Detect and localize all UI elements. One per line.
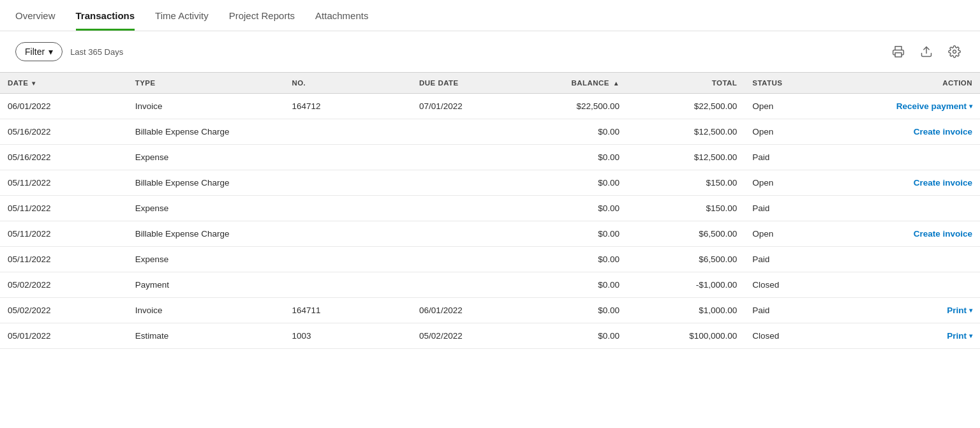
action-chevron-icon: ▾ — [969, 332, 972, 339]
cell-total: -$1,000.00 — [627, 272, 745, 298]
cell-due-date: 05/02/2022 — [412, 323, 529, 349]
tab-overview[interactable]: Overview — [15, 0, 56, 31]
table-row: 05/11/2022 Expense $0.00 $6,500.00 Paid — [0, 247, 980, 272]
cell-total: $22,500.00 — [627, 94, 745, 119]
cell-no — [284, 145, 412, 170]
col-header-total[interactable]: TOTAL — [627, 73, 745, 94]
filter-label: Filter — [25, 47, 45, 57]
cell-balance: $0.00 — [529, 196, 627, 221]
tab-project-reports[interactable]: Project Reports — [229, 0, 295, 31]
table-row: 05/11/2022 Billable Expense Charge $0.00… — [0, 221, 980, 247]
table-row: 05/02/2022 Invoice 164711 06/01/2022 $0.… — [0, 298, 980, 323]
cell-balance: $0.00 — [529, 221, 627, 247]
col-header-type[interactable]: TYPE — [128, 73, 285, 94]
col-header-no[interactable]: NO. — [284, 73, 412, 94]
cell-balance: $0.00 — [529, 145, 627, 170]
date-sort-icon: ▾ — [32, 80, 35, 87]
cell-total: $150.00 — [627, 196, 745, 221]
tab-transactions[interactable]: Transactions — [76, 0, 135, 31]
cell-due-date: 06/01/2022 — [412, 298, 529, 323]
export-icon-button[interactable] — [916, 41, 937, 62]
action-link[interactable]: Print ▾ — [947, 331, 972, 341]
cell-due-date — [412, 221, 529, 247]
cell-due-date — [412, 145, 529, 170]
cell-balance: $0.00 — [529, 247, 627, 272]
col-header-date[interactable]: DATE ▾ — [0, 73, 128, 94]
col-header-balance[interactable]: BALANCE ▲ — [529, 73, 627, 94]
cell-total: $6,500.00 — [627, 221, 745, 247]
navigation-tabs: Overview Transactions Time Activity Proj… — [0, 0, 980, 31]
cell-date: 05/02/2022 — [0, 272, 128, 298]
filter-button[interactable]: Filter ▾ — [15, 42, 63, 61]
cell-date: 05/16/2022 — [0, 119, 128, 145]
cell-date: 05/16/2022 — [0, 145, 128, 170]
action-link[interactable]: Receive payment ▾ — [896, 101, 972, 111]
table-header-row: DATE ▾ TYPE NO. DUE DATE BALANCE ▲ TOTAL — [0, 73, 980, 94]
cell-date: 05/11/2022 — [0, 221, 128, 247]
action-link[interactable]: Create invoice — [914, 178, 972, 188]
toolbar-left: Filter ▾ Last 365 Days — [15, 42, 123, 61]
action-link[interactable]: Print ▾ — [947, 306, 972, 315]
cell-due-date — [412, 272, 529, 298]
action-link[interactable]: Create invoice — [914, 127, 972, 137]
cell-action: Receive payment ▾ — [823, 94, 980, 119]
cell-type: Payment — [128, 272, 285, 298]
toolbar: Filter ▾ Last 365 Days — [0, 31, 980, 72]
cell-type: Billable Expense Charge — [128, 221, 285, 247]
action-chevron-icon: ▾ — [969, 103, 972, 110]
cell-type: Billable Expense Charge — [128, 119, 285, 145]
cell-type: Billable Expense Charge — [128, 170, 285, 196]
cell-action: Create invoice — [823, 221, 980, 247]
cell-due-date: 07/01/2022 — [412, 94, 529, 119]
action-chevron-icon: ▾ — [969, 307, 972, 314]
table-row: 06/01/2022 Invoice 164712 07/01/2022 $22… — [0, 94, 980, 119]
cell-type: Expense — [128, 247, 285, 272]
cell-no — [284, 119, 412, 145]
cell-due-date — [412, 119, 529, 145]
cell-total: $6,500.00 — [627, 247, 745, 272]
cell-type: Estimate — [128, 323, 285, 349]
balance-sort-icon: ▲ — [613, 80, 620, 87]
tab-time-activity[interactable]: Time Activity — [155, 0, 209, 31]
cell-status: Open — [745, 170, 823, 196]
table-row: 05/01/2022 Estimate 1003 05/02/2022 $0.0… — [0, 323, 980, 349]
cell-due-date — [412, 170, 529, 196]
cell-action — [823, 247, 980, 272]
cell-date: 05/11/2022 — [0, 247, 128, 272]
table-row: 05/11/2022 Expense $0.00 $150.00 Paid — [0, 196, 980, 221]
print-icon — [892, 45, 905, 58]
table-row: 05/16/2022 Billable Expense Charge $0.00… — [0, 119, 980, 145]
cell-type: Expense — [128, 145, 285, 170]
cell-no — [284, 170, 412, 196]
cell-no: 164711 — [284, 298, 412, 323]
cell-status: Open — [745, 119, 823, 145]
cell-balance: $22,500.00 — [529, 94, 627, 119]
action-link[interactable]: Create invoice — [914, 229, 972, 239]
cell-total: $100,000.00 — [627, 323, 745, 349]
cell-balance: $0.00 — [529, 272, 627, 298]
cell-total: $12,500.00 — [627, 145, 745, 170]
cell-status: Closed — [745, 272, 823, 298]
cell-status: Closed — [745, 323, 823, 349]
cell-status: Paid — [745, 298, 823, 323]
settings-icon-button[interactable] — [944, 41, 965, 62]
tab-attachments[interactable]: Attachments — [315, 0, 368, 31]
cell-type: Invoice — [128, 298, 285, 323]
cell-no — [284, 221, 412, 247]
table-row: 05/16/2022 Expense $0.00 $12,500.00 Paid — [0, 145, 980, 170]
print-icon-button[interactable] — [888, 41, 909, 62]
col-header-status[interactable]: STATUS — [745, 73, 823, 94]
cell-no — [284, 247, 412, 272]
cell-action: Print ▾ — [823, 323, 980, 349]
cell-type: Invoice — [128, 94, 285, 119]
col-header-due-date[interactable]: DUE DATE — [412, 73, 529, 94]
cell-date: 05/11/2022 — [0, 196, 128, 221]
cell-no — [284, 272, 412, 298]
cell-status: Paid — [745, 247, 823, 272]
svg-point-2 — [953, 50, 956, 54]
transactions-table: DATE ▾ TYPE NO. DUE DATE BALANCE ▲ TOTAL — [0, 72, 980, 349]
cell-status: Paid — [745, 196, 823, 221]
cell-date: 06/01/2022 — [0, 94, 128, 119]
cell-status: Open — [745, 221, 823, 247]
cell-status: Open — [745, 94, 823, 119]
